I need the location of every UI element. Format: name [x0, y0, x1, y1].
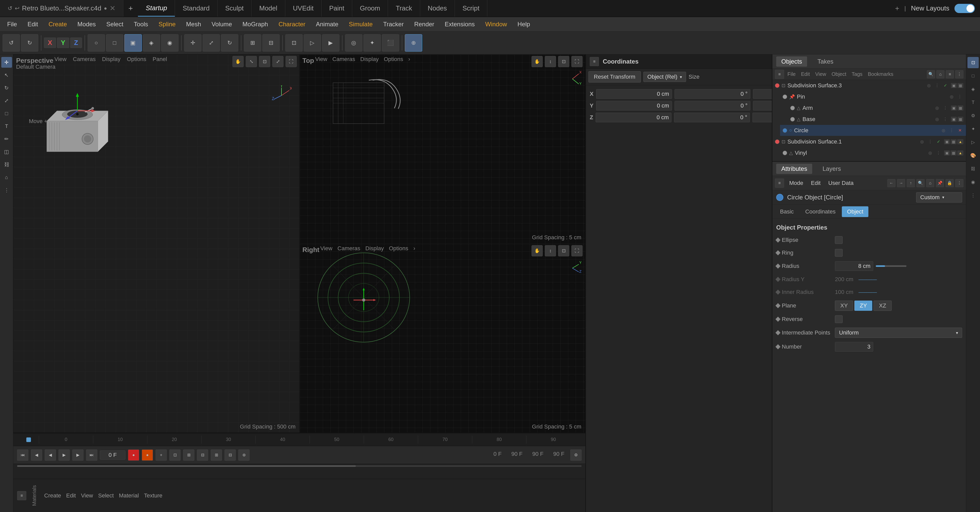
obj-toolbar-bookmarks[interactable]: Bookmarks — [866, 71, 896, 77]
undo-tool[interactable]: ↺ — [3, 34, 20, 52]
frame-prev-btn[interactable]: ◀ — [31, 450, 42, 461]
tab-script[interactable]: Script — [455, 0, 487, 17]
menu-tools[interactable]: Tools — [129, 19, 153, 29]
motion6-btn[interactable]: ⊛ — [238, 450, 250, 461]
y-axis-btn[interactable]: Y — [57, 38, 69, 48]
obj-more-btn[interactable]: ⋮ — [955, 70, 963, 78]
obj-toolbar-object[interactable]: Object — [830, 71, 848, 77]
active-tool[interactable]: ⊕ — [405, 34, 422, 52]
perspective-menu-panel[interactable]: Panel — [153, 56, 167, 62]
mat-texture[interactable]: Texture — [144, 492, 162, 499]
menu-mesh[interactable]: Mesh — [181, 19, 206, 29]
motion3-btn[interactable]: ⊟ — [197, 450, 208, 461]
menu-tracker[interactable]: Tracker — [379, 19, 408, 29]
tab-groom[interactable]: Groom — [352, 0, 388, 17]
render-view-btn[interactable]: ▷ — [304, 34, 321, 52]
base-toggle1[interactable]: ◎ — [934, 116, 941, 123]
base-toggle2[interactable]: ⋮ — [942, 116, 949, 123]
menu-render[interactable]: Render — [410, 19, 439, 29]
radius-slider[interactable] — [876, 266, 907, 267]
point-mode-btn[interactable]: ◈ — [143, 34, 160, 52]
tab-takes[interactable]: Takes — [812, 56, 838, 67]
x-rot-input[interactable] — [675, 89, 750, 99]
perspective-menu-view[interactable]: View — [54, 56, 67, 62]
obj-search-btn[interactable]: 🔍 — [927, 70, 935, 78]
rsb-paint[interactable]: 🎨 — [967, 150, 979, 161]
obj-base[interactable]: △ Base ◎ ⋮ ▣ ▦ — [788, 114, 966, 125]
viewport-right[interactable]: Right View Cameras Display Options › Y Z — [300, 243, 585, 433]
y-pos-input[interactable] — [596, 101, 672, 111]
mat-view[interactable]: View — [81, 492, 93, 499]
top-menu-options[interactable]: Options — [384, 56, 403, 62]
sidebar-more[interactable]: ⋮ — [1, 184, 12, 196]
snap2-tool[interactable]: ⊟ — [262, 34, 280, 52]
attr-lock-btn[interactable]: 🔒 — [945, 179, 954, 187]
menu-window[interactable]: Window — [480, 19, 512, 29]
circle-toggle2[interactable]: ⋮ — [948, 127, 955, 134]
rsb-object-manager[interactable]: ⊡ — [967, 57, 979, 68]
mat-menu-btn[interactable]: ≡ — [17, 491, 26, 500]
vp-maximize[interactable]: ⤢ — [272, 56, 283, 67]
attr-more-btn[interactable]: ⋮ — [955, 179, 963, 187]
rsb-text[interactable]: T — [967, 97, 979, 108]
attr-search-btn[interactable]: 🔍 — [916, 179, 924, 187]
attr-userdata[interactable]: User Data — [826, 180, 856, 186]
right-pan-tool[interactable]: ✋ — [531, 245, 543, 256]
scrollbar-thumb[interactable] — [17, 465, 356, 467]
plane-xz-btn[interactable]: XZ — [873, 301, 891, 311]
obj-toolbar-tags[interactable]: Tags — [850, 71, 865, 77]
right-vp-frame[interactable]: ⊡ — [558, 245, 569, 256]
reset-transform-btn[interactable]: Reset Transform — [589, 71, 641, 83]
sidebar-rigging[interactable]: ⛓ — [1, 159, 12, 170]
perspective-menu-options[interactable]: Options — [127, 56, 146, 62]
top-menu-cameras[interactable]: Cameras — [332, 56, 355, 62]
perspective-menu-display[interactable]: Display — [102, 56, 121, 62]
obj-subdivision3[interactable]: ⊡ Subdivision Surface.3 ◎ ⋮ ✓ ▣ ▦ — [772, 80, 966, 91]
vp-frame[interactable]: ⊡ — [259, 56, 270, 67]
rsb-light[interactable]: ✦ — [967, 123, 979, 135]
sidebar-object[interactable]: □ — [1, 108, 12, 119]
menu-modes[interactable]: Modes — [73, 19, 100, 29]
add-tab-button[interactable]: + — [123, 4, 138, 13]
tab-track[interactable]: Track — [388, 0, 420, 17]
object-mode-btn[interactable]: ○ — [88, 34, 105, 52]
circle-toggle1[interactable]: ◎ — [940, 127, 947, 134]
plane-zy-btn[interactable]: ZY — [854, 301, 872, 311]
coord-menu-btn[interactable]: ≡ — [590, 57, 599, 66]
obj-subdivision1[interactable]: ⊡ Subdivision Surface.1 ◎ ⋮ ✓ ▣ ▦ ▲ — [772, 136, 966, 147]
sidebar-sculpt[interactable]: ◫ — [1, 146, 12, 157]
attr-menu-btn[interactable]: ≡ — [775, 178, 784, 188]
sidebar-paint[interactable]: ✏ — [1, 134, 12, 144]
obj-pin[interactable]: 📌 Pin ◎ ⋮ — [780, 91, 966, 102]
camera-btn[interactable]: ◎ — [345, 34, 363, 52]
obj-circle[interactable]: ○ Circle ◎ ⋮ ✕ — [780, 125, 966, 136]
obj-toolbar-edit[interactable]: Edit — [799, 71, 812, 77]
coord-mode-dropdown[interactable]: Object (Rel) ▾ — [643, 72, 686, 82]
menu-edit[interactable]: Edit — [23, 19, 43, 29]
tab-standard[interactable]: Standard — [175, 0, 218, 17]
vp-full[interactable]: ⛶ — [286, 56, 297, 67]
top-menu-display[interactable]: Display — [360, 56, 379, 62]
new-layouts-toggle[interactable] — [955, 4, 975, 13]
sidebar-move[interactable]: ✛ — [1, 57, 12, 68]
attr-prev-btn[interactable]: ← — [887, 179, 896, 187]
sidebar-morph[interactable]: ⌂ — [1, 172, 12, 183]
menu-select[interactable]: Select — [102, 19, 128, 29]
menu-spline[interactable]: Spline — [154, 19, 180, 29]
obj-home-btn[interactable]: ⌂ — [936, 70, 945, 78]
rsb-rig[interactable]: ⛓ — [967, 163, 979, 175]
arm-toggle2[interactable]: ⋮ — [942, 105, 949, 111]
menu-character[interactable]: Character — [274, 19, 310, 29]
obj-toolbar-file[interactable]: File — [785, 71, 798, 77]
z-axis-btn[interactable]: Z — [70, 38, 82, 48]
attr-edit[interactable]: Edit — [808, 180, 823, 186]
menu-help[interactable]: Help — [513, 19, 535, 29]
top-pan-tool[interactable]: ✋ — [531, 56, 543, 67]
tab-paint[interactable]: Paint — [321, 0, 352, 17]
frame-next-btn[interactable]: ▶ — [72, 450, 84, 461]
uv-mode-btn[interactable]: ◉ — [161, 34, 178, 52]
motion-clip-btn[interactable]: ⊡ — [169, 450, 181, 461]
autokey-btn[interactable]: ● — [142, 450, 153, 461]
pin-toggle2[interactable]: ⋮ — [956, 93, 963, 100]
y-rot-input[interactable] — [675, 101, 750, 111]
